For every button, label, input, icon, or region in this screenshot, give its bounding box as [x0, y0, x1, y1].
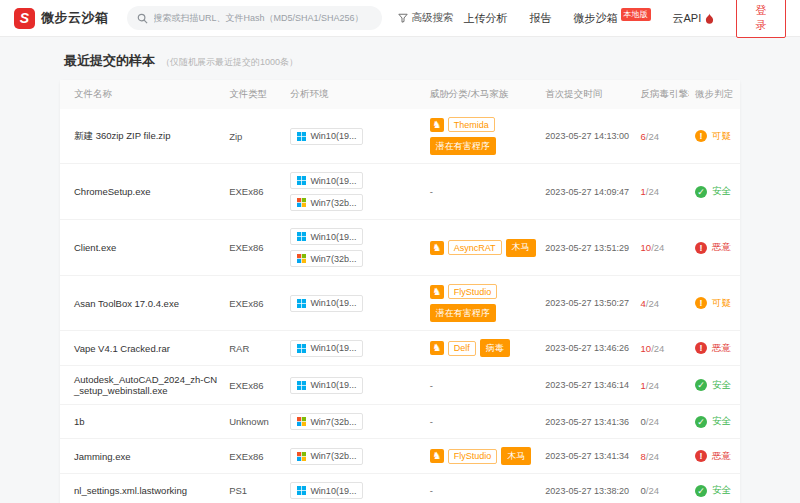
file-name[interactable]: 新建 360zip ZIP file.zip — [74, 130, 170, 141]
verdict-badge: ! 可疑 — [695, 130, 734, 143]
win7-windows-logo-icon — [297, 452, 306, 461]
env-badge-win7[interactable]: Win7(32b... — [290, 413, 363, 430]
hot-flame-icon — [705, 13, 714, 24]
samples-card: 文件名称 文件类型 分析环境 威胁分类/木马家族 首次提交时间 反病毒引擎检出 … — [60, 80, 740, 503]
file-type: EXEx86 — [229, 242, 263, 253]
env-list: Win10(19... — [290, 340, 417, 357]
nav-cloud-api[interactable]: 云API — [673, 11, 715, 26]
malware-family-badge[interactable]: FlyStudio — [448, 449, 498, 464]
verdict-suspicious-icon: ! — [695, 297, 707, 309]
first-submit-time: 2023-05-27 14:09:47 — [545, 187, 629, 197]
malware-family-badge[interactable]: FlyStudio — [448, 284, 498, 299]
verdict-label: 安全 — [712, 185, 731, 198]
brand-name: 微步云沙箱 — [41, 9, 109, 27]
search-box[interactable] — [127, 6, 382, 30]
verdict-label: 恶意 — [712, 241, 731, 254]
advanced-search-button[interactable]: 高级搜索 — [398, 11, 454, 25]
col-header-verdict: 微步判定 — [689, 80, 740, 109]
env-badge-win7[interactable]: Win7(32b... — [290, 194, 363, 211]
verdict-label: 安全 — [712, 484, 731, 497]
no-threat-dash: - — [430, 186, 433, 197]
threat-cell: ♞ Themida 潜在有害程序 — [424, 109, 540, 164]
env-list: Win10(19... Win7(32b... — [290, 228, 417, 267]
env-badge-win10[interactable]: Win10(19... — [290, 377, 363, 394]
col-header-environment: 分析环境 — [284, 80, 423, 109]
col-header-filename: 文件名称 — [60, 80, 223, 109]
table-header-row: 文件名称 文件类型 分析环境 威胁分类/木马家族 首次提交时间 反病毒引擎检出 … — [60, 80, 740, 109]
search-input[interactable] — [154, 13, 372, 23]
table-row: nl_settings.xml.lastworking PS1 Win10(19… — [60, 474, 740, 503]
env-list: Win7(32b... — [290, 448, 417, 465]
env-badge-win10[interactable]: Win10(19... — [290, 172, 363, 189]
verdict-safe-icon: ✓ — [695, 416, 707, 428]
trojan-horse-icon: ♞ — [430, 341, 444, 355]
file-type: EXEx86 — [229, 298, 263, 309]
page-title: 最近提交的样本 — [64, 52, 155, 70]
verdict-badge: ! 可疑 — [695, 297, 734, 310]
no-threat-dash: - — [430, 380, 433, 391]
verdict-malicious-icon: ! — [695, 242, 707, 254]
env-badge-win7[interactable]: Win7(32b... — [290, 250, 363, 267]
file-type: EXEx86 — [229, 380, 263, 391]
nav-upload-analysis[interactable]: 上传分析 — [464, 11, 508, 26]
nav-links: 上传分析 报告 微步沙箱 本地版 云API 登录 — [464, 0, 787, 38]
verdict-label: 安全 — [712, 379, 731, 392]
top-navbar: S 微步云沙箱 高级搜索 上传分析 报告 微步沙箱 本地版 云API — [0, 0, 800, 37]
env-badge-win10[interactable]: Win10(19... — [290, 340, 363, 357]
env-list: Win10(19... — [290, 128, 417, 145]
nav-sandbox[interactable]: 微步沙箱 本地版 — [574, 11, 651, 26]
malware-family-badge[interactable]: AsyncRAT — [448, 240, 502, 255]
env-badge-win10[interactable]: Win10(19... — [290, 482, 363, 499]
login-button[interactable]: 登录 — [736, 0, 786, 38]
file-name[interactable]: Client.exe — [74, 242, 116, 253]
env-badge-win7[interactable]: Win7(32b... — [290, 448, 363, 465]
file-name[interactable]: nl_settings.xml.lastworking — [74, 485, 187, 496]
file-name[interactable]: Autodesk_AutoCAD_2024_zh-CN_setup_webins… — [74, 374, 217, 396]
threat-category-badge[interactable]: 病毒 — [480, 339, 510, 357]
file-type: RAR — [229, 343, 249, 354]
file-name[interactable]: Asan ToolBox 17.0.4.exe — [74, 298, 179, 309]
verdict-label: 可疑 — [712, 297, 731, 310]
brand-logo[interactable]: S 微步云沙箱 — [14, 8, 109, 29]
threat-category-badge[interactable]: 木马 — [501, 447, 531, 465]
potentially-harmful-badge[interactable]: 潜在有害程序 — [430, 137, 496, 155]
verdict-label: 可疑 — [712, 130, 731, 143]
malware-family-badge[interactable]: Delf — [448, 341, 476, 356]
env-badge-win10[interactable]: Win10(19... — [290, 228, 363, 245]
malware-family-badge[interactable]: Themida — [448, 117, 495, 132]
no-threat-dash: - — [430, 416, 433, 427]
win10-windows-logo-icon — [297, 299, 306, 308]
verdict-label: 安全 — [712, 415, 731, 428]
win7-windows-logo-icon — [297, 417, 306, 426]
env-list: Win10(19... Win7(32b... — [290, 172, 417, 211]
table-row: ChromeSetup.exe EXEx86 Win10(19... Win7(… — [60, 164, 740, 220]
env-list: Win10(19... — [290, 482, 417, 499]
env-badge-win10[interactable]: Win10(19... — [290, 128, 363, 145]
file-type: Zip — [229, 131, 242, 142]
trojan-horse-icon: ♞ — [430, 241, 444, 255]
potentially-harmful-badge[interactable]: 潜在有害程序 — [430, 304, 496, 322]
file-name[interactable]: ChromeSetup.exe — [74, 186, 151, 197]
trojan-horse-icon: ♞ — [430, 449, 444, 463]
env-badge-win10[interactable]: Win10(19... — [290, 295, 363, 312]
file-name[interactable]: 1b — [74, 416, 85, 427]
win10-windows-logo-icon — [297, 232, 306, 241]
col-header-filetype: 文件类型 — [223, 80, 284, 109]
page-subtitle: （仅随机展示最近提交的1000条） — [161, 56, 298, 69]
file-type: EXEx86 — [229, 451, 263, 462]
local-edition-badge: 本地版 — [621, 8, 651, 21]
win7-windows-logo-icon — [297, 198, 306, 207]
win7-windows-logo-icon — [297, 254, 306, 263]
verdict-badge: ✓ 安全 — [695, 484, 734, 497]
first-submit-time: 2023-05-27 13:51:29 — [545, 243, 629, 253]
detect-total: /24 — [646, 451, 659, 462]
threat-category-badge[interactable]: 木马 — [506, 239, 536, 257]
verdict-malicious-icon: ! — [695, 342, 707, 354]
file-name[interactable]: Jamming.exe — [74, 451, 131, 462]
file-name[interactable]: Vape V4.1 Cracked.rar — [74, 343, 170, 354]
nav-reports[interactable]: 报告 — [530, 11, 552, 26]
samples-table: 文件名称 文件类型 分析环境 威胁分类/木马家族 首次提交时间 反病毒引擎检出 … — [60, 80, 740, 503]
detect-total: /24 — [646, 131, 659, 142]
file-type: EXEx86 — [229, 186, 263, 197]
verdict-badge: ✓ 安全 — [695, 415, 734, 428]
